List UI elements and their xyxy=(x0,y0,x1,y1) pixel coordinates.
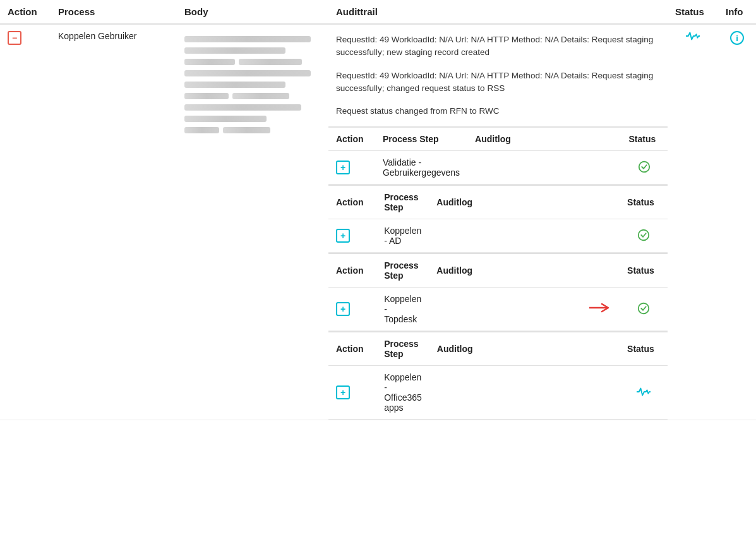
body-cell xyxy=(177,24,328,420)
sub2-status-cell xyxy=(620,288,668,331)
audit-entry-0: RequestId: 49 WorkloadId: N/A Url: N/A H… xyxy=(336,33,660,59)
sub-table-1: Action Process Step Auditlog Status + xyxy=(328,185,668,253)
sub1-status-cell xyxy=(620,219,668,253)
sub3-action-cell: + xyxy=(328,366,376,420)
sub3-process-step-cell: Koppelen - Office365 apps xyxy=(376,366,429,420)
header-action: Action xyxy=(0,0,51,24)
audit-entry-1: RequestId: 49 WorkloadId: N/A Url: N/A H… xyxy=(336,70,660,95)
sub3-header-auditlog: Auditlog xyxy=(429,332,620,366)
blur-line-7 xyxy=(184,93,229,99)
sub3-process-step: Koppelen - Office365 apps xyxy=(384,372,422,413)
check-circle-icon-2 xyxy=(637,301,651,315)
sub1-row-0: + Koppelen - AD xyxy=(328,219,668,253)
sub2-action-cell: + xyxy=(328,288,376,331)
sub-table-0: Action Process Step Auditlog Status + xyxy=(328,126,668,185)
sub0-header-status: Status xyxy=(621,127,668,151)
blur-line-2 xyxy=(184,47,285,54)
main-table: Action Process Body Audittrail Status In… xyxy=(0,0,756,420)
sub3-status-cell xyxy=(620,366,668,420)
header-info: Info xyxy=(718,0,756,24)
header-status: Status xyxy=(668,0,718,24)
minus-square-icon[interactable]: − xyxy=(8,31,21,45)
sub2-auditlog-cell xyxy=(429,288,620,331)
plus-square-icon-2[interactable]: + xyxy=(336,302,350,316)
blurred-body xyxy=(184,31,317,138)
blur-line-12 xyxy=(223,127,270,133)
sub0-process-step-cell: Validatie - Gebruikergegevens xyxy=(375,151,467,185)
sub0-header-action: Action xyxy=(328,127,375,151)
blur-line-9 xyxy=(184,104,301,111)
check-circle-icon-1 xyxy=(637,228,651,242)
sub3-header-process-step: Process Step xyxy=(376,332,429,366)
audit-entries-container: RequestId: 49 WorkloadId: N/A Url: N/A H… xyxy=(328,25,668,126)
header-audittrail: Audittrail xyxy=(328,0,668,24)
sub-table-3: Action Process Step Auditlog Status + xyxy=(328,331,668,420)
sub1-header-status: Status xyxy=(620,185,668,219)
sub1-header-action: Action xyxy=(328,185,376,219)
sub2-process-step: Koppelen - Topdesk xyxy=(384,294,421,324)
sub0-row-0: + Validatie - Gebruikergegevens xyxy=(328,151,668,185)
process-cell: Koppelen Gebruiker xyxy=(51,24,177,420)
info-circle-icon[interactable]: i xyxy=(730,31,744,45)
arrow-container xyxy=(436,301,612,317)
action-cell: − xyxy=(0,24,51,420)
sub3-header-action: Action xyxy=(328,332,376,366)
header-body: Body xyxy=(177,0,328,24)
blur-line-4 xyxy=(239,59,302,65)
sub1-action-cell: + xyxy=(328,219,376,253)
sub1-header-auditlog: Auditlog xyxy=(429,185,620,219)
sub3-header-status: Status xyxy=(620,332,668,366)
header-process: Process xyxy=(51,0,177,24)
arrow-right-icon xyxy=(589,301,612,317)
sub0-process-step: Validatie - Gebruikergegevens xyxy=(383,157,460,178)
sub2-process-step-cell: Koppelen - Topdesk xyxy=(376,288,429,331)
blur-line-11 xyxy=(184,127,219,133)
main-data-row: − Koppelen Gebruiker xyxy=(0,24,756,420)
sub1-header-process-step: Process Step xyxy=(376,185,429,219)
sub1-process-step-cell: Koppelen - AD xyxy=(376,219,429,253)
sub2-header-action: Action xyxy=(328,253,376,288)
blur-line-5 xyxy=(184,70,311,76)
plus-square-icon-3[interactable]: + xyxy=(336,385,350,399)
audittrail-cell: RequestId: 49 WorkloadId: N/A Url: N/A H… xyxy=(328,24,668,420)
sub0-action-cell: + xyxy=(328,151,375,185)
sub0-auditlog-cell xyxy=(467,151,621,185)
sub2-header-auditlog: Auditlog xyxy=(429,253,620,288)
blur-line-10 xyxy=(184,116,267,122)
sub2-row-0: + Koppelen - Topdesk xyxy=(328,288,668,331)
blur-line-6 xyxy=(184,82,285,88)
plus-square-icon-1[interactable]: + xyxy=(336,229,350,243)
svg-point-1 xyxy=(639,230,649,241)
sub-table-2: Action Process Step Auditlog Status + xyxy=(328,253,668,331)
sub2-header-process-step: Process Step xyxy=(376,253,429,288)
sub1-auditlog-cell xyxy=(429,219,620,253)
blur-line-8 xyxy=(232,93,289,99)
sub2-header-status: Status xyxy=(620,253,668,288)
check-circle-icon-0 xyxy=(637,160,651,174)
sub0-header-auditlog: Auditlog xyxy=(467,127,621,151)
sub0-status-cell xyxy=(621,151,668,185)
activity-icon-0 xyxy=(637,387,651,397)
sub1-process-step: Koppelen - AD xyxy=(384,226,421,246)
main-activity-icon xyxy=(686,31,700,41)
blur-line-3 xyxy=(184,59,235,65)
main-status-cell xyxy=(668,24,718,420)
sub0-header-process-step: Process Step xyxy=(375,127,467,151)
svg-point-3 xyxy=(639,303,649,314)
main-info-cell: i xyxy=(718,24,756,420)
audit-entry-2: Request status changed from RFN to RWC xyxy=(336,105,660,118)
sub3-auditlog-cell xyxy=(429,366,620,420)
svg-point-0 xyxy=(639,162,650,173)
process-name: Koppelen Gebruiker xyxy=(58,31,137,41)
blur-line-1 xyxy=(184,36,311,42)
plus-square-icon-0[interactable]: + xyxy=(336,161,350,174)
sub3-row-0: + Koppelen - Office365 apps xyxy=(328,366,668,420)
